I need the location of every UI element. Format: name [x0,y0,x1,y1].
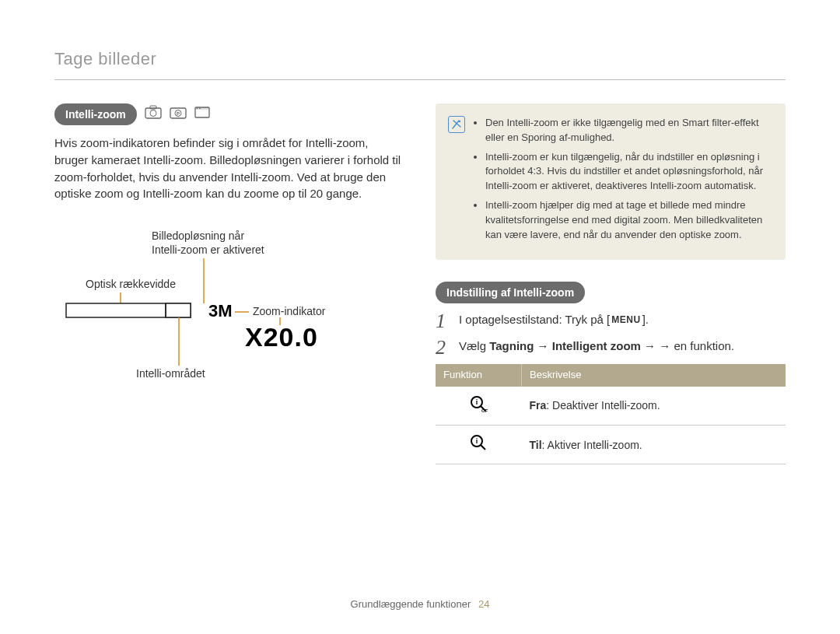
page-number: 24 [478,598,489,610]
intelli-zoom-description: Hvis zoom-indikatoren befinder sig i omr… [54,135,404,202]
svg-line-24 [481,445,485,450]
svg-text:i: i [476,398,478,406]
arrow-icon: → [641,339,659,352]
step-1: 1 I optagelsestilstand: Tryk på [MENU]. [436,311,786,331]
row-off-label: Fra [530,399,547,412]
note-item: Intelli-zoom hjælper dig med at tage et … [485,198,772,243]
row-off-desc: : Deaktiver Intelli-zoom. [546,399,660,412]
step2-post: → en funktion. [659,339,734,352]
note-item: Den Intelli-zoom er ikke tilgængelig med… [485,116,772,145]
svg-rect-0 [145,108,161,118]
step1-text-post: ]. [642,313,649,326]
scene-mode-icon [194,105,211,123]
title-divider [54,79,786,80]
svg-point-8 [197,108,198,110]
intelli-zoom-on-icon: i [436,426,522,464]
program-mode-icon: P [170,105,187,123]
note-box: Den Intelli-zoom er ikke tilgængelig med… [436,103,786,260]
note-list: Den Intelli-zoom er ikke tilgængelig med… [474,116,772,247]
table-row: OFF i Fra: Deaktiver Intelli-zoom. [436,387,786,426]
left-column: Intelli-zoom P [54,103,404,464]
svg-text:i: i [476,437,478,445]
svg-point-9 [200,108,201,110]
step-2: 2 Vælg Tagning → Intelligent zoom → → en… [436,338,786,358]
step2-tagning: Tagning [489,339,534,352]
resolution-value: 3M [208,301,233,321]
step-number: 1 [436,311,451,331]
zoom-diagram: Billedopløsning når Intelli-zoom er akti… [54,226,404,397]
zoom-value: X20.0 [245,322,318,352]
row-on-label: Til [530,439,542,451]
page-footer: Grundlæggende funktioner 24 [0,597,840,612]
table-header-description: Beskrivelse [522,364,786,387]
section-title: Tage billeder [54,47,786,72]
step2-intelligent-zoom: Intelligent zoom [552,339,641,352]
resolution-label-2: Intelli-zoom er aktiveret [152,243,264,256]
intelli-zoom-pill: Intelli-zoom [54,103,137,125]
note-item: Intelli-zoom er kun tilgængelig, når du … [485,150,772,194]
step1-text-pre: I optagelsestilstand: Tryk på [ [459,313,610,326]
smart-mode-icon [145,105,162,123]
optical-range-label: Optisk rækkevidde [86,278,176,290]
step2-pre: Vælg [459,339,489,352]
settings-pill: Indstilling af Intelli-zoom [436,282,585,303]
step-number: 2 [436,338,451,358]
intelli-area-label: Intelli-området [136,367,205,380]
svg-text:P: P [177,111,180,116]
row-on-desc: : Aktiver Intelli-zoom. [542,439,642,451]
note-icon [448,116,465,133]
arrow-icon: → [534,339,551,352]
intelli-zoom-off-icon: OFF i [436,387,522,426]
svg-point-18 [459,121,460,122]
zoom-indicator-label: Zoom-indikator [253,305,326,317]
svg-point-2 [150,110,156,117]
footer-text: Grundlæggende funktioner [351,598,471,610]
table-row: i Til: Aktiver Intelli-zoom. [436,426,786,464]
svg-text:OFF: OFF [481,408,488,413]
right-column: Den Intelli-zoom er ikke tilgængelig med… [436,103,786,464]
table-header-function: Funktion [436,364,522,387]
resolution-label-1: Billedopløsning når [152,229,244,242]
function-table: Funktion Beskrivelse OFF i [436,364,786,464]
menu-button-label: MENU [610,314,642,325]
svg-rect-13 [166,303,191,317]
